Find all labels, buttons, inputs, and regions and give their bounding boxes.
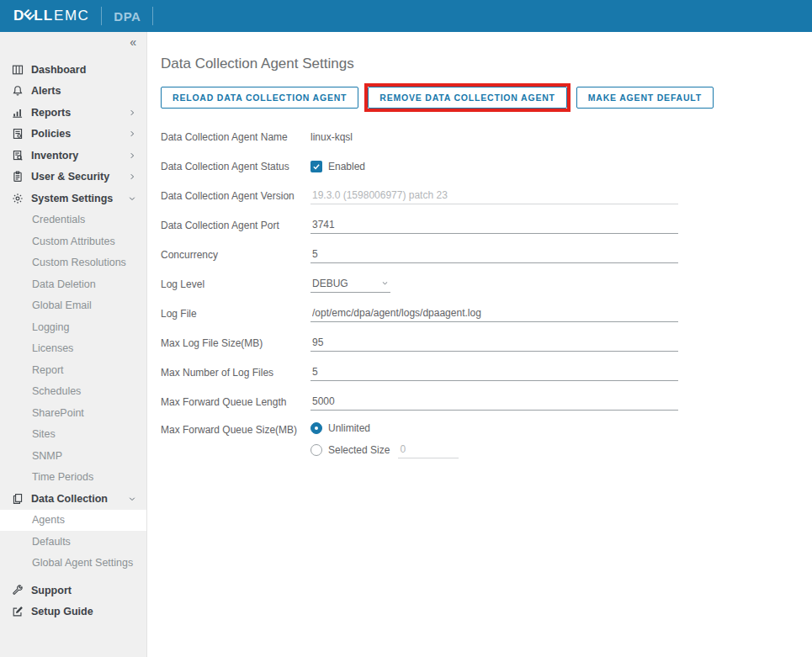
top-header: DELL EMC DPA [0,0,812,32]
field-label: Data Collection Agent Port [161,220,310,231]
page-title: Data Collection Agent Settings [161,56,812,72]
radio-unselected-icon[interactable] [310,444,322,456]
setup-guide-edit-icon [11,606,24,618]
field-label: Max Forward Queue Size(MB) [161,422,310,436]
log-file-input[interactable] [310,305,678,322]
form-row: Log File [161,305,812,322]
field-label: Data Collection Agent Name [161,131,310,143]
sidebar-item-defaults[interactable]: Defaults [0,531,146,553]
red-annotation-highlight: REMOVE DATA COLLECTION AGENT [364,83,570,112]
action-buttons: RELOAD DATA COLLECTION AGENT REMOVE DATA… [161,84,812,111]
sidebar-item-label: Inventory [31,150,78,162]
field-label: Max Log File Size(MB) [161,337,310,349]
selected-size-radio[interactable]: Selected Size [310,442,459,458]
form-row: Max Forward Queue Length [161,393,812,411]
wrench-icon [11,584,24,596]
sidebar-item-label: Support [31,585,72,596]
sidebar-item-label: Reports [31,107,71,119]
sidebar-item-sites[interactable]: Sites [0,424,146,446]
make-agent-default-button[interactable]: MAKE AGENT DEFAULT [576,87,714,109]
enabled-checkbox[interactable]: Enabled [310,161,365,172]
sidebar-item-custom-attributes[interactable]: Custom Attributes [0,230,146,252]
chevron-right-icon [128,172,136,181]
agent-port-input[interactable] [310,217,678,234]
agent-name-value: linux-kqsl [310,131,353,143]
collapse-sidebar-icon[interactable]: « [130,35,136,49]
sidebar-item-logging[interactable]: Logging [0,316,146,338]
log-level-select[interactable]: DEBUG [310,276,390,293]
sidebar-item-global-agent-settings[interactable]: Global Agent Settings [0,553,146,575]
log-level-value: DEBUG [312,278,348,289]
radio-selected-icon[interactable] [310,422,322,434]
remove-agent-button[interactable]: REMOVE DATA COLLECTION AGENT [368,87,566,109]
data-collection-pages-icon [11,492,24,505]
sidebar-item-alerts[interactable]: Alerts [0,81,146,103]
sidebar-item-label: Setup Guide [31,606,93,617]
sidebar-item-label: Data Collection [31,493,108,505]
sidebar: « Dashboard Alerts Reports Policies [0,32,147,657]
bar-chart-icon [11,106,24,119]
sidebar-item-inventory[interactable]: Inventory [0,145,146,167]
sidebar-item-system-settings[interactable]: System Settings [0,188,146,209]
sidebar-item-data-collection[interactable]: Data Collection [0,488,146,510]
sidebar-item-data-deletion[interactable]: Data Deletion [0,273,146,295]
sidebar-item-reports[interactable]: Reports [0,102,146,124]
field-label: Max Number of Log Files [161,367,310,379]
sidebar-item-licenses[interactable]: Licenses [0,338,146,360]
chevron-right-icon [128,151,136,160]
form-row: Max Log File Size(MB) [161,334,812,352]
sidebar-item-schedules[interactable]: Schedules [0,381,146,403]
sidebar-item-label: Alerts [31,85,61,97]
field-label: Log Level [161,278,310,290]
form-row: Concurrency [161,246,812,263]
sidebar-item-report[interactable]: Report [0,359,146,381]
app-window: DELL EMC DPA « Dashboard Alerts Reports [0,0,812,657]
checkbox-label: Enabled [328,161,365,172]
dellemc-logo: DELL EMC [13,8,89,24]
agent-settings-form: Data Collection Agent Name linux-kqsl Da… [161,128,812,458]
policies-document-icon [11,128,24,140]
concurrency-input[interactable] [310,246,678,263]
gear-icon [11,192,24,204]
radio-label: Unlimited [328,422,370,434]
max-forward-queue-length-input[interactable] [310,394,678,411]
sidebar-item-label: User & Security [31,171,109,183]
sidebar-item-dashboard[interactable]: Dashboard [0,59,146,81]
reload-agent-button[interactable]: RELOAD DATA COLLECTION AGENT [161,87,358,109]
max-number-log-files-input[interactable] [310,364,678,381]
form-row: Max Number of Log Files [161,363,812,381]
sidebar-item-credentials[interactable]: Credentials [0,209,146,231]
chevron-right-icon [128,109,136,117]
sidebar-item-setup-guide[interactable]: Setup Guide [0,601,146,623]
sidebar-item-sharepoint[interactable]: SharePoint [0,402,146,424]
sidebar-item-user-security[interactable]: User & Security [0,167,146,188]
chevron-down-icon [128,194,136,203]
checkbox-checked-icon[interactable] [310,161,322,172]
field-label: Data Collection Agent Status [161,161,310,172]
max-forward-queue-size-radio-group: Unlimited Selected Size [310,422,459,458]
user-security-badge-icon [11,171,24,183]
bell-icon [11,85,24,98]
sidebar-nav: Dashboard Alerts Reports Policies Invent… [0,59,146,623]
sidebar-item-support[interactable]: Support [0,580,146,601]
sidebar-item-label: System Settings [31,193,113,204]
dashboard-icon [11,63,24,76]
sidebar-item-custom-resolutions[interactable]: Custom Resolutions [0,252,146,274]
sidebar-header: « [0,32,146,52]
sidebar-item-agents[interactable]: Agents [0,510,146,532]
max-log-file-size-input[interactable] [310,335,678,352]
sidebar-item-label: Policies [31,128,71,140]
inventory-search-icon [11,149,24,162]
sidebar-item-global-email[interactable]: Global Email [0,295,146,317]
field-label: Concurrency [161,249,310,261]
sidebar-item-snmp[interactable]: SNMP [0,445,146,467]
chevron-down-icon [381,278,389,289]
sidebar-item-label: Dashboard [31,64,86,76]
sidebar-item-time-periods[interactable]: Time Periods [0,467,146,489]
chevron-right-icon [128,130,136,138]
sidebar-item-policies[interactable]: Policies [0,124,146,146]
radio-label: Selected Size [328,444,390,456]
unlimited-radio[interactable]: Unlimited [310,422,459,434]
field-label: Log File [161,308,310,320]
agent-version-input [310,188,678,204]
